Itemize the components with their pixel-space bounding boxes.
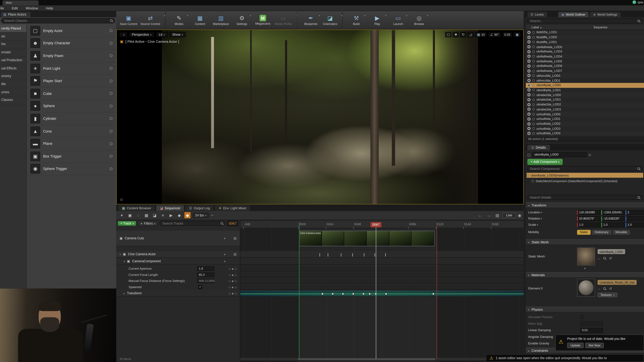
keyframe-dot[interactable] <box>368 293 371 295</box>
playback-end-marker[interactable] <box>436 222 437 359</box>
placeable-actor-item[interactable]: ☀ Point Light <box>27 62 116 75</box>
drag-handle-icon[interactable] <box>110 67 112 70</box>
actor-category[interactable]: cently Placed <box>0 25 26 32</box>
outliner-row[interactable]: ▢ uchudhida_LOD2 <box>526 121 644 126</box>
toolbar-button[interactable]: ▶ Play ▾ <box>368 12 386 28</box>
type-column-header[interactable]: Sequence <box>594 25 608 29</box>
visibility-eye-icon[interactable] <box>527 50 531 53</box>
actor-category[interactable]: ematic <box>0 48 26 56</box>
keyframe-nav-icons[interactable] <box>228 292 237 295</box>
drag-handle-icon[interactable] <box>110 105 112 107</box>
expand-section-icon[interactable]: ▼ <box>526 267 644 270</box>
y-value-field[interactable]: 1.0 <box>601 222 625 227</box>
keyframe-dot[interactable] <box>362 293 365 295</box>
placeable-actor-item[interactable]: ▬ Plane <box>27 138 116 150</box>
panel-tab[interactable]: ◪ Sequencer <box>156 205 184 211</box>
mobility-option[interactable]: Stationary <box>592 230 611 234</box>
search-classes-input[interactable] <box>1 18 115 23</box>
track-options-icon[interactable] <box>234 252 237 256</box>
toolbar-button[interactable]: ⚒ Build ▾ <box>347 12 366 28</box>
drag-handle-icon[interactable] <box>110 54 112 57</box>
x-value-field[interactable]: 120.262085 <box>577 210 600 215</box>
keyframe-dot[interactable] <box>342 293 344 295</box>
cine-camera-actor-track[interactable]: ▾ Cine Camera Actor <box>116 251 240 258</box>
spawned-track[interactable]: Spawned <box>116 284 240 290</box>
outliner-row[interactable]: ▢ uchudhida_LOD0 <box>526 112 644 117</box>
actor-category[interactable]: ual Production <box>0 56 26 64</box>
sequencer-toolbar-icon[interactable]: ▦ <box>144 212 150 218</box>
search-details-input[interactable] <box>527 195 642 200</box>
camera-component-row-area[interactable] <box>240 258 524 265</box>
drag-handle-icon[interactable] <box>110 117 112 120</box>
outliner-row[interactable]: ▢ tliuddffa_LOD0 <box>526 35 644 39</box>
static-mesh-section-header[interactable]: Static Mesh <box>526 239 644 245</box>
keyframe-tick[interactable] <box>374 253 375 257</box>
browse-icon[interactable] <box>604 257 606 259</box>
visibility-eye-icon[interactable] <box>527 69 531 72</box>
panel-tab[interactable]: ☀ Env. Light Mixer <box>215 205 250 211</box>
camera-component-track[interactable]: ▾ CameraComponent <box>116 258 240 265</box>
visibility-eye-icon[interactable] <box>527 127 531 130</box>
visibility-eye-icon[interactable] <box>527 132 531 135</box>
keyframe-dot[interactable] <box>385 293 388 295</box>
scale-tool-icon[interactable]: ◿ <box>468 32 474 37</box>
add-camera-cut-button[interactable] <box>224 236 226 240</box>
outliner-row[interactable]: ▢ ubhvccfda_LOD1 <box>526 78 644 83</box>
rotate-tool-icon[interactable]: ↻ <box>460 32 466 37</box>
scale-snap-control[interactable]: 0.25 <box>502 32 512 37</box>
keyframe-tick[interactable] <box>352 253 353 257</box>
sequencer-nav-icon[interactable]: ▤ <box>494 212 500 218</box>
toolbar-button[interactable]: ◪ Cinematics ▾ <box>323 12 343 28</box>
visibility-eye-icon[interactable] <box>527 40 531 44</box>
sequencer-toolbar-icon[interactable]: ≡ <box>160 212 166 218</box>
placeable-actor-item[interactable]: ▢ Empty Actor <box>27 25 116 37</box>
outliner-row[interactable]: ▢ ubrabe2da_LOD3 <box>526 107 644 112</box>
material-asset-chip[interactable]: Limestone_Rocks_00_Inst <box>598 280 636 285</box>
menu-item[interactable]: Help <box>45 6 54 10</box>
actor-category[interactable]: ual Effects <box>0 64 26 72</box>
toolbar-button[interactable]: M Megascans <box>254 12 272 28</box>
transform-row-label[interactable]: Location <box>528 211 577 214</box>
transform-row-label[interactable]: Scale <box>528 223 577 227</box>
placeable-actor-item[interactable]: ⚑ Player Start <box>27 75 116 87</box>
transform-row-label[interactable]: Rotation <box>528 217 577 220</box>
search-tracks-input[interactable] <box>160 221 226 226</box>
sequencer-timeline[interactable]: -0480000002400480096012001440168 0067 Ci… <box>240 220 524 362</box>
transform-section-header[interactable]: Transform <box>526 202 644 208</box>
outliner-row[interactable]: ▢ ubhvccfda_LOD0 <box>526 73 644 78</box>
textures-dropdown[interactable]: Textures▾ <box>598 293 617 297</box>
visibility-eye-icon[interactable] <box>527 64 531 68</box>
placeable-actor-item[interactable]: ▣ Box Trigger <box>27 150 116 163</box>
outliner-row[interactable]: ▢ ubrabe2da_LOD2 <box>526 102 644 107</box>
z-value-field[interactable]: 1.0 <box>626 222 644 227</box>
sequencer-nav-icon[interactable]: → <box>486 212 492 218</box>
keyframe-dot[interactable] <box>352 293 354 295</box>
outliner-row[interactable]: ▢ ub4bdhwda_LOD5 <box>526 59 644 64</box>
timeline-ruler[interactable]: -0480000002400480096012001440168 0067 <box>240 221 524 228</box>
toolbar-button[interactable]: ▣ Save Current <box>120 12 138 28</box>
fps-dropdown[interactable]: 24 fps▾ <box>193 213 209 218</box>
toolbar-button[interactable]: ▥ Marketplace <box>212 12 230 28</box>
outliner-row[interactable]: ▢ uchudhida_LOD1 <box>526 116 644 121</box>
sequencer-toolbar-icon[interactable]: ▾ <box>119 212 125 218</box>
toolbar-button[interactable]: ▦ Content <box>191 12 209 28</box>
sequencer-toolbar-icon[interactable]: ◌ <box>135 212 142 218</box>
actor-category[interactable]: hts <box>0 40 26 48</box>
visibility-eye-icon[interactable] <box>527 103 531 106</box>
keyframe-tick[interactable] <box>320 253 320 257</box>
component-child-row[interactable]: ▢ StaticMeshComponent (StaticMeshCompone… <box>526 178 618 183</box>
focal-length-value-field[interactable]: 85.0 <box>197 272 214 277</box>
material-thumbnail[interactable] <box>577 279 595 297</box>
playhead-frame-label[interactable]: 0067 <box>370 222 382 227</box>
panel-tab[interactable]: ☰ Output Log <box>186 205 214 211</box>
placeable-actor-item[interactable]: ☻ Empty Character <box>27 37 116 50</box>
outliner-row[interactable]: ▢ ubordbyda_LOD1 <box>526 88 644 92</box>
browse-icon[interactable] <box>604 287 606 290</box>
visibility-eye-icon[interactable] <box>527 55 531 58</box>
keyframe-nav-icons[interactable] <box>228 279 237 282</box>
right-panel-tab[interactable]: ▤ World Outliner <box>558 12 589 17</box>
outliner-row[interactable]: ▢ tletbf2fa_LOD1 <box>526 30 644 35</box>
materials-section-header[interactable]: Materials <box>526 272 644 278</box>
toolbar-button[interactable]: ⚙ Settings ▾ <box>233 12 251 28</box>
visibility-eye-icon[interactable] <box>527 79 531 82</box>
